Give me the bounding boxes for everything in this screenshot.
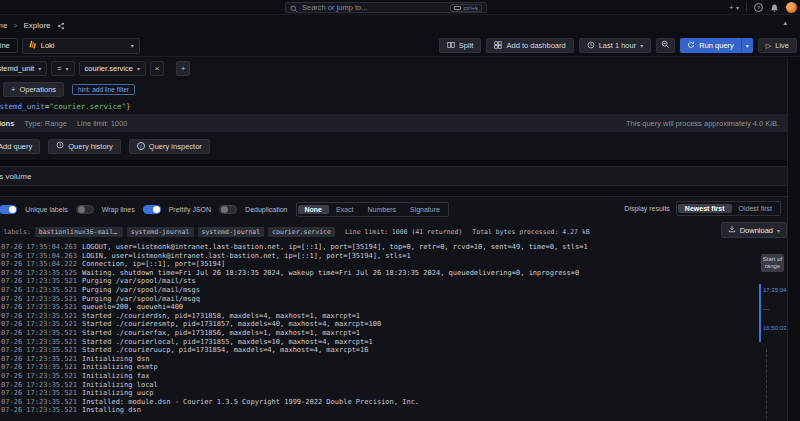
log-row[interactable]: 2024-07-26 17:35:04.263LOGOUT, user=list…: [0, 243, 787, 252]
run-query-dropdown[interactable]: ▾: [741, 38, 753, 53]
log-row[interactable]: 2024-07-26 17:23:35.521Purging /var/spoo…: [0, 286, 787, 295]
options-type: Type: Range: [24, 119, 67, 128]
log-row[interactable]: 2024-07-26 17:23:35.525Waiting. shutdown…: [0, 269, 787, 278]
timeline-times: 17:35:04 — 16:50:03: [763, 287, 787, 344]
clock-icon: [587, 41, 595, 51]
new-menu-button[interactable]: + ▾: [729, 3, 739, 12]
download-button[interactable]: Download ▾: [721, 222, 787, 238]
operator-select[interactable]: =▾: [51, 61, 74, 76]
log-row[interactable]: 2024-07-26 17:35:04.222Connection, ip=[:…: [0, 260, 787, 269]
log-timestamp: 2024-07-26 17:23:35.525: [0, 269, 77, 277]
search-shortcut-badge: ctrl+k: [450, 4, 482, 12]
dedup-option-exact[interactable]: Exact: [329, 205, 361, 214]
log-message: Started ./courieruucp, pid=1731854, maxd…: [82, 346, 369, 354]
log-row[interactable]: 2024-07-26 17:23:35.521Initializing esmt…: [0, 363, 787, 372]
query-options-row[interactable]: Options Type: Range Line limit: 1000 Thi…: [0, 114, 787, 132]
hint-add-line-filter[interactable]: hint: add line filter: [72, 84, 135, 95]
label-name-select[interactable]: systemd_unit▾: [0, 61, 47, 76]
log-row[interactable]: 2024-07-26 17:23:35.521Installed: module…: [0, 398, 787, 407]
log-message: queuelo=200, queuehi=400: [82, 303, 183, 311]
log-row[interactable]: 2024-07-26 17:23:35.521Started ./courier…: [0, 312, 787, 321]
search-input[interactable]: Search or jump to... ctrl+k: [285, 2, 487, 13]
log-message: Initializing dsn: [82, 355, 149, 363]
chevron-up-icon[interactable]: ▴: [783, 19, 787, 27]
log-row[interactable]: 2024-07-26 17:23:35.521Initializing fax: [0, 372, 787, 381]
log-row[interactable]: 2024-07-26 17:23:35.521Initializing loca…: [0, 381, 787, 390]
log-row[interactable]: 2024-07-26 17:23:35.521Installing dsn: [0, 406, 787, 415]
log-timestamp: 2024-07-26 17:23:35.521: [0, 277, 77, 285]
log-row[interactable]: 2024-07-26 17:23:35.521Started ./courier…: [0, 338, 787, 347]
chevron-down-icon: ▾: [38, 65, 41, 72]
log-timestamp: 2024-07-26 17:23:35.521: [0, 406, 77, 414]
log-list: 2024-07-26 17:35:04.263LOGOUT, user=list…: [0, 243, 787, 415]
share-icon[interactable]: [57, 16, 65, 34]
user-avatar[interactable]: [786, 2, 797, 13]
live-button[interactable]: ▷ Live: [758, 38, 797, 53]
log-message: Initializing uucp: [82, 389, 154, 397]
log-row[interactable]: 2024-07-26 17:23:35.521queuelo=200, queu…: [0, 303, 787, 312]
add-query-button[interactable]: + Add query: [0, 139, 40, 154]
timeline-end-time: 16:50:03: [763, 325, 787, 332]
log-row[interactable]: 2024-07-26 17:23:35.521Initializing dsn: [0, 355, 787, 364]
log-row[interactable]: 2024-07-26 17:23:35.521Started ./courier…: [0, 320, 787, 329]
log-controls-row: Time Unique labels Wrap lines Prettify J…: [0, 197, 787, 221]
log-row[interactable]: 2024-07-26 17:35:04.263LOGIN, user=listm…: [0, 252, 787, 261]
query-history-button[interactable]: Query history: [48, 139, 121, 154]
zoom-out-button[interactable]: [656, 38, 675, 53]
wrap-lines-label: Wrap lines: [102, 206, 135, 213]
log-timestamp: 2024-07-26 17:23:35.521: [0, 372, 77, 380]
breadcrumb-home[interactable]: Home: [0, 21, 7, 30]
prettify-json-toggle[interactable]: [219, 205, 237, 214]
log-message: Started ./courierfax, pid=1731856, maxde…: [82, 329, 360, 337]
log-timestamp: 2024-07-26 17:23:35.521: [0, 363, 77, 371]
log-row[interactable]: 2024-07-26 17:23:35.521Started ./courier…: [0, 329, 787, 338]
wrap-lines-toggle[interactable]: [143, 205, 161, 214]
app-canvas: Search or jump to... ctrl+k + ▾ ? Home >…: [0, 0, 800, 421]
operations-row: + Operations hint: add line filter: [0, 79, 787, 99]
log-timestamp: 2024-07-26 17:35:04.263: [0, 243, 77, 251]
log-row[interactable]: 2024-07-26 17:23:35.521Started ./courier…: [0, 346, 787, 355]
timeline-dashed-track[interactable]: [766, 349, 767, 419]
log-row[interactable]: 2024-07-26 17:23:35.521Initializing uucp: [0, 389, 787, 398]
sort-order-options: Newest first Oldest first: [676, 201, 781, 216]
split-button[interactable]: Split: [439, 38, 482, 53]
common-label-chip: courier.service: [268, 227, 335, 237]
remove-filter-button[interactable]: ×: [150, 61, 164, 76]
newest-first-option[interactable]: Newest first: [678, 204, 732, 213]
dedup-option-signature[interactable]: Signature: [403, 205, 447, 214]
common-label-chip: bastionlinux36-mail.last-bastio…: [35, 227, 123, 237]
log-row[interactable]: 2024-07-26 17:23:35.521Purging /var/spoo…: [0, 277, 787, 286]
log-timestamp: 2024-07-26 17:35:04.263: [0, 252, 77, 260]
log-message: Purging /var/spool/mail/msgq: [82, 295, 200, 303]
time-range-picker[interactable]: Last 1 hour ▾: [579, 38, 652, 53]
unique-labels-toggle[interactable]: [76, 205, 94, 214]
explore-toolbar: Outline Loki ▾ Split: [0, 35, 800, 57]
oldest-first-option[interactable]: Oldest first: [732, 204, 779, 213]
logs-panel: Time Unique labels Wrap lines Prettify J…: [0, 196, 787, 421]
log-message: Connection, ip=[::1], port=[35194]: [82, 260, 225, 268]
log-timestamp: 2024-07-26 17:23:35.521: [0, 398, 77, 406]
unique-labels-label: Unique labels: [25, 206, 67, 213]
logs-volume-panel-header[interactable]: Logs volume: [0, 166, 787, 186]
top-nav-bar: Search or jump to... ctrl+k + ▾ ?: [0, 0, 800, 15]
datasource-picker[interactable]: Loki ▾: [22, 38, 140, 54]
add-filter-button[interactable]: +: [176, 61, 190, 76]
run-query-button[interactable]: Run query ▾: [680, 38, 753, 53]
toolbar-right-group: Split Add to dashboard Last 1 hour ▾: [439, 38, 797, 53]
operations-button[interactable]: + Operations: [3, 82, 64, 97]
help-icon[interactable]: ?: [754, 3, 763, 12]
query-code-editor[interactable]: {systemd_unit="courier.service"}: [0, 99, 787, 114]
dedup-option-none[interactable]: None: [298, 205, 330, 214]
add-to-dashboard-button[interactable]: Add to dashboard: [486, 38, 573, 53]
label-value-select[interactable]: courier.service▾: [79, 61, 146, 76]
query-code-value: "courier.service": [49, 102, 126, 111]
chevron-down-icon: ▾: [640, 42, 643, 49]
prettify-json-label: Prettify JSON: [169, 206, 211, 213]
dedup-option-numbers[interactable]: Numbers: [361, 205, 403, 214]
breadcrumb-current[interactable]: Explore: [23, 21, 50, 30]
log-row[interactable]: 2024-07-26 17:23:35.521Purging /var/spoo…: [0, 295, 787, 304]
time-toggle[interactable]: [0, 205, 17, 214]
timeline-selection-bar[interactable]: [759, 284, 761, 342]
query-inspector-button[interactable]: i Query inspector: [129, 139, 210, 154]
outline-button[interactable]: Outline: [0, 38, 18, 53]
